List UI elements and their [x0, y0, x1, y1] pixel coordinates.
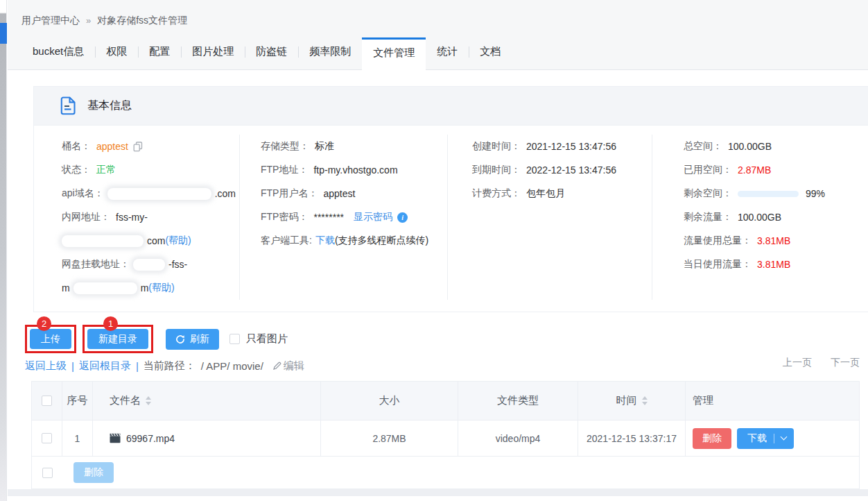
- ftp-pwd-label: FTP密码：: [261, 211, 308, 223]
- footer-select-checkbox[interactable]: [42, 468, 53, 478]
- upload-button[interactable]: 上传: [30, 329, 71, 349]
- info-icon[interactable]: i: [397, 212, 408, 223]
- annotation-badge-1: 1: [103, 316, 118, 331]
- prev-page-button[interactable]: 上一页: [783, 357, 812, 369]
- path-bar: 返回上级 | 返回根目录 | 当前路径： / APP/ movie/ 编辑 上一…: [25, 359, 860, 373]
- pagination: 上一页 下一页: [783, 357, 860, 369]
- traffic-total-label: 流量使用总量：: [684, 235, 752, 247]
- breadcrumb-separator: »: [86, 15, 91, 26]
- next-page-button[interactable]: 下一页: [831, 357, 860, 369]
- basic-info-body: 桶名：apptest 状态：正常 api域名：.com 内网地址：fss-my-…: [34, 126, 868, 312]
- chevron-down-icon[interactable]: [781, 434, 788, 441]
- status-label: 状态：: [62, 164, 91, 176]
- only-images-checkbox[interactable]: [229, 334, 240, 344]
- storage-type-value: 标准: [315, 140, 334, 153]
- back-to-root-link[interactable]: 返回根目录: [79, 359, 131, 373]
- table-footer-row: 删除: [32, 457, 859, 489]
- client-tool-label: 客户端工具:: [261, 235, 312, 247]
- used-space-value: 2.87MB: [738, 164, 771, 176]
- sort-filename-control[interactable]: [146, 396, 151, 405]
- created-value: 2021-12-15 13:47:56: [526, 141, 616, 152]
- current-path-value: / APP/ movie/: [201, 360, 263, 372]
- annotation-box-new-dir: 1 新建目录: [83, 325, 153, 353]
- ftp-addr-label: FTP地址：: [261, 164, 308, 176]
- free-traffic-value: 100.00GB: [738, 212, 781, 223]
- tab-bucket-info[interactable]: bucket信息: [21, 37, 95, 67]
- netdisk-suffix: m: [141, 282, 149, 294]
- annotation-badge-2: 2: [37, 316, 51, 331]
- pencil-icon: [272, 362, 281, 371]
- sort-time-control[interactable]: [642, 396, 648, 405]
- status-value: 正常: [96, 164, 116, 176]
- delete-file-button[interactable]: 删除: [693, 428, 731, 449]
- tab-rate-limit[interactable]: 频率限制: [298, 37, 362, 67]
- billing-label: 计费方式：: [472, 187, 521, 200]
- storage-type-label: 存储类型：: [261, 140, 309, 153]
- intranet-value: fss-my-: [116, 212, 148, 223]
- show-password-link[interactable]: 显示密码: [354, 211, 392, 223]
- batch-delete-button-disabled[interactable]: 删除: [73, 462, 114, 483]
- redacted-api-domain: [107, 188, 211, 200]
- breadcrumb-user-center[interactable]: 用户管理中心: [21, 15, 80, 26]
- netdisk-label: 网盘挂载地址：: [62, 258, 130, 271]
- redacted-intranet: [62, 235, 144, 247]
- bucket-name: apptest: [96, 141, 128, 152]
- tab-docs[interactable]: 文档: [469, 37, 512, 67]
- bucket-label: 桶名：: [62, 140, 91, 153]
- copy-icon[interactable]: [133, 142, 143, 152]
- ftp-user-value: apptest: [323, 188, 355, 199]
- ftp-user-label: FTP用户名：: [261, 187, 318, 200]
- header-filename: 文件名: [110, 394, 141, 407]
- table-header-row: 序号 文件名 大小 文件类型 时间 管理: [32, 382, 859, 421]
- redacted-netdisk-1: [133, 259, 165, 271]
- ftp-pwd-masked: ********: [313, 212, 344, 223]
- tab-hotlink-protection[interactable]: 防盗链: [245, 37, 298, 67]
- header-size: 大小: [321, 382, 458, 421]
- info-column-4: 总空间：100.00GB 已用空间：2.87MB 剩余空间：99% 剩余流量：1…: [652, 135, 868, 300]
- api-domain-label: api域名：: [62, 187, 104, 200]
- free-space-progressbar: [738, 191, 799, 197]
- panel-title: 基本信息: [87, 99, 132, 113]
- select-all-checkbox[interactable]: [42, 396, 52, 406]
- row-time: 2021-12-15 13:37:17: [578, 421, 686, 457]
- document-icon: [60, 96, 76, 115]
- client-download-link[interactable]: 下载: [315, 235, 335, 247]
- free-traffic-label: 剩余流量：: [684, 211, 732, 223]
- netdisk-mid: -fss-: [168, 259, 187, 270]
- tab-image-processing[interactable]: 图片处理: [181, 37, 245, 67]
- client-tool-note: (支持多线程断点续传): [335, 235, 428, 247]
- row-filename: 69967.mp4: [126, 433, 175, 444]
- tab-statistics[interactable]: 统计: [426, 37, 469, 67]
- netdisk-prefix: m: [62, 282, 70, 294]
- traffic-today-label: 当日使用流量：: [684, 258, 752, 271]
- row-size: 2.87MB: [321, 421, 458, 457]
- tab-config[interactable]: 配置: [138, 37, 181, 67]
- edit-path-link[interactable]: 编辑: [272, 359, 304, 373]
- tab-permissions[interactable]: 权限: [95, 37, 138, 67]
- button-divider: [774, 434, 774, 443]
- intranet-help-link[interactable]: (帮助): [165, 235, 191, 247]
- info-column-3: 创建时间：2021-12-15 13:47:56 到期时间：2022-12-15…: [448, 135, 652, 300]
- refresh-button[interactable]: 刷新: [166, 329, 219, 350]
- sidebar-active-indicator: [0, 23, 7, 44]
- video-file-icon: [110, 433, 121, 443]
- breadcrumb: 用户管理中心»对象存储fss文件管理: [8, 0, 868, 37]
- path-divider: |: [71, 360, 74, 372]
- used-space-label: 已用空间：: [684, 164, 732, 176]
- new-directory-button[interactable]: 新建目录: [87, 329, 148, 349]
- header-manage: 管理: [686, 382, 859, 421]
- current-path-label: 当前路径：: [144, 359, 196, 373]
- only-images-label: 只看图片: [246, 332, 288, 346]
- free-space-label: 剩余空间：: [684, 187, 732, 200]
- tab-file-management[interactable]: 文件管理: [362, 37, 426, 70]
- back-to-parent-link[interactable]: 返回上级: [25, 359, 67, 373]
- row-checkbox[interactable]: [42, 433, 52, 443]
- file-toolbar: 2 上传 1 新建目录 刷新 只看图片: [25, 325, 868, 353]
- expire-label: 到期时间：: [472, 164, 521, 176]
- basic-info-panel: 基本信息 桶名：apptest 状态：正常 api域名：.com 内网地址：fs…: [33, 86, 868, 312]
- download-file-button[interactable]: 下载: [737, 428, 794, 449]
- annotation-box-upload: 2 上传: [25, 325, 76, 353]
- total-space-label: 总空间：: [684, 140, 722, 153]
- expire-value: 2022-12-15 13:47:56: [526, 164, 616, 176]
- netdisk-help-link[interactable]: (帮助): [148, 282, 174, 294]
